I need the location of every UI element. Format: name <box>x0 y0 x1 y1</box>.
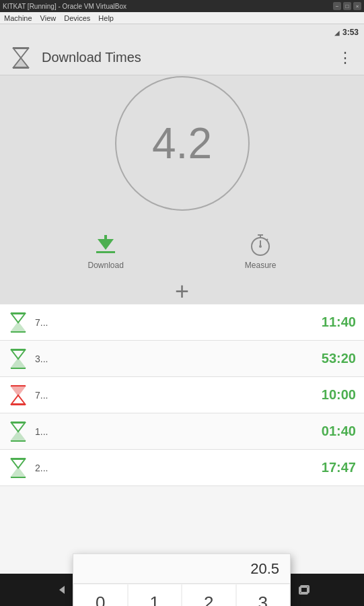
menu-help[interactable]: Help <box>98 14 114 22</box>
item-speed-1: 7... <box>35 317 315 328</box>
nav-recents-button[interactable] <box>290 576 317 603</box>
svg-point-9 <box>259 245 262 248</box>
item-time-4: 01:40 <box>322 424 356 439</box>
keypad-number-grid: 0 1 2 3 4 5 6 ⌫ 7 8 9 <box>73 584 290 606</box>
download-button[interactable]: Download <box>87 231 123 270</box>
item-speed-2: 3... <box>35 354 315 364</box>
list-item[interactable]: 2... 17:47 <box>0 450 364 486</box>
list-item[interactable]: 1... 01:40 <box>0 413 364 450</box>
svg-marker-19 <box>11 386 25 395</box>
menu-view[interactable]: View <box>40 14 57 22</box>
item-hourglass-icon-1 <box>8 312 28 333</box>
key-3[interactable]: 3 <box>236 584 291 606</box>
item-hourglass-icon-4 <box>8 422 28 442</box>
keypad-overlay: 20.5 0 1 2 3 4 5 6 ⌫ 7 8 9 bps kbps Mbps… <box>73 553 291 606</box>
item-speed-4: 1... <box>35 426 315 437</box>
main-content-area: 4.2 Download <box>0 75 364 304</box>
action-buttons-row: Download Measure <box>87 231 276 270</box>
vbox-titlebar: KITKAT [Running] - Oracle VM VirtualBox … <box>0 0 364 12</box>
item-time-5: 17:47 <box>322 460 356 475</box>
item-speed-3: 7... <box>35 390 315 401</box>
item-time-1: 11:40 <box>322 314 356 330</box>
value-circle: 4.2 <box>115 76 250 211</box>
item-hourglass-icon-2 <box>8 349 28 369</box>
svg-marker-24 <box>11 432 25 440</box>
item-speed-5: 2... <box>35 463 315 473</box>
svg-marker-16 <box>11 359 25 368</box>
key-1[interactable]: 1 <box>128 584 182 606</box>
toolbar-title: Download Times <box>42 50 338 65</box>
list-item[interactable]: 7... 10:00 <box>0 377 364 413</box>
item-time-3: 10:00 <box>322 387 356 403</box>
measure-button[interactable]: Measure <box>245 231 277 270</box>
measure-icon <box>247 231 274 258</box>
android-statusbar: ◢ 3:53 <box>0 24 364 40</box>
item-hourglass-icon-3 <box>8 385 28 405</box>
menu-machine[interactable]: Machine <box>4 14 32 22</box>
key-0[interactable]: 0 <box>73 584 128 606</box>
vbox-window-controls[interactable]: − □ × <box>333 2 361 10</box>
list-item[interactable]: 3... 53:20 <box>0 341 364 377</box>
svg-marker-11 <box>11 314 25 323</box>
overflow-menu-button[interactable]: ⋮ <box>338 55 353 61</box>
svg-line-10 <box>266 239 268 240</box>
app-toolbar: Download Times ⋮ <box>0 40 364 75</box>
item-time-2: 53:20 <box>322 351 356 366</box>
item-hourglass-icon-5 <box>8 458 28 478</box>
key-2[interactable]: 2 <box>182 584 236 606</box>
keypad-display: 20.5 <box>73 554 290 584</box>
svg-marker-1 <box>13 58 28 67</box>
status-time: 3:53 <box>342 28 359 37</box>
svg-marker-0 <box>13 48 28 58</box>
svg-marker-28 <box>11 468 25 477</box>
svg-marker-27 <box>11 459 25 468</box>
measure-label: Measure <box>245 261 277 270</box>
menu-devices[interactable]: Devices <box>64 14 90 22</box>
list-area: 7... 11:40 3... 53:20 7... 10:00 <box>0 304 364 606</box>
svg-marker-23 <box>11 423 25 432</box>
svg-marker-15 <box>11 350 25 359</box>
vbox-title: KITKAT [Running] - Oracle VM VirtualBox <box>3 3 126 10</box>
vbox-menubar: Machine View Devices Help <box>0 12 364 24</box>
add-button[interactable]: + <box>175 279 189 304</box>
circle-value: 4.2 <box>152 119 212 168</box>
vbox-maximize[interactable]: □ <box>343 2 351 10</box>
signal-icon: ◢ <box>334 29 340 36</box>
nav-back-button[interactable] <box>47 576 74 603</box>
vbox-close[interactable]: × <box>353 2 361 10</box>
hourglass-icon <box>11 48 31 68</box>
svg-marker-31 <box>59 586 65 594</box>
list-item[interactable]: 7... 11:40 <box>0 304 364 341</box>
keypad-display-value: 20.5 <box>250 560 279 578</box>
svg-marker-12 <box>11 323 25 331</box>
download-label: Download <box>87 261 123 270</box>
svg-marker-20 <box>11 395 25 404</box>
vbox-minimize[interactable]: − <box>333 2 341 10</box>
download-icon <box>92 231 119 258</box>
